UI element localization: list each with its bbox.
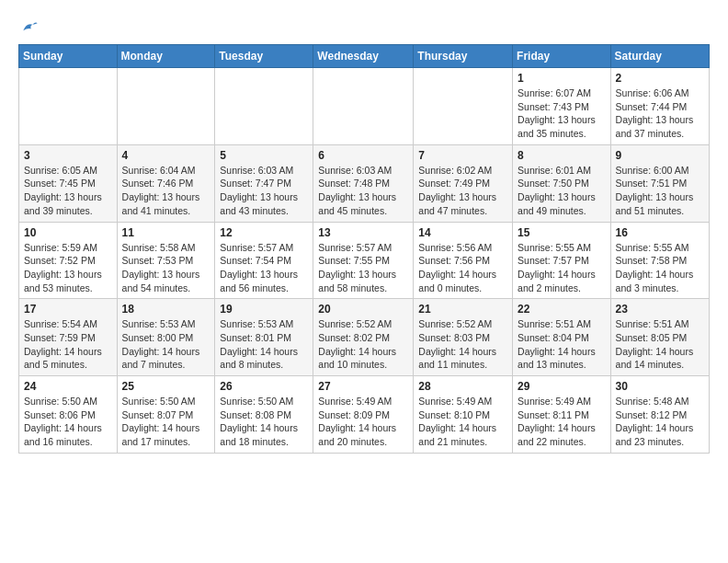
day-number: 9 (616, 149, 704, 162)
day-number: 28 (418, 380, 507, 393)
day-number: 6 (318, 149, 408, 162)
calendar-cell: 15Sunrise: 5:55 AM Sunset: 7:57 PM Dayli… (513, 222, 611, 299)
day-number: 10 (24, 226, 112, 239)
calendar-cell (117, 68, 215, 145)
calendar-cell: 29Sunrise: 5:49 AM Sunset: 8:11 PM Dayli… (513, 376, 611, 454)
calendar-cell: 2Sunrise: 6:06 AM Sunset: 7:44 PM Daylig… (610, 68, 709, 145)
day-info: Sunrise: 5:57 AM Sunset: 7:54 PM Dayligh… (220, 241, 308, 295)
day-number: 20 (318, 303, 408, 316)
calendar-week-row: 17Sunrise: 5:54 AM Sunset: 7:59 PM Dayli… (19, 299, 710, 376)
day-number: 11 (122, 226, 210, 239)
logo (18, 18, 39, 37)
day-number: 7 (418, 149, 507, 162)
day-info: Sunrise: 6:04 AM Sunset: 7:46 PM Dayligh… (122, 164, 210, 218)
day-number: 4 (122, 149, 210, 162)
day-info: Sunrise: 6:00 AM Sunset: 7:51 PM Dayligh… (616, 164, 704, 218)
day-number: 3 (24, 149, 112, 162)
day-number: 21 (418, 303, 507, 316)
calendar-cell: 10Sunrise: 5:59 AM Sunset: 7:52 PM Dayli… (19, 222, 118, 299)
calendar-cell: 5Sunrise: 6:03 AM Sunset: 7:47 PM Daylig… (215, 144, 313, 222)
day-info: Sunrise: 5:51 AM Sunset: 8:04 PM Dayligh… (518, 317, 606, 372)
calendar-cell: 23Sunrise: 5:51 AM Sunset: 8:05 PM Dayli… (610, 299, 709, 376)
logo-bird-icon (20, 18, 39, 37)
calendar-table: SundayMondayTuesdayWednesdayThursdayFrid… (18, 44, 710, 454)
calendar-cell: 22Sunrise: 5:51 AM Sunset: 8:04 PM Dayli… (513, 299, 611, 376)
column-header-monday: Monday (117, 45, 215, 68)
day-info: Sunrise: 6:06 AM Sunset: 7:44 PM Dayligh… (616, 86, 704, 141)
calendar-cell: 4Sunrise: 6:04 AM Sunset: 7:46 PM Daylig… (117, 144, 215, 222)
day-number: 5 (220, 149, 308, 162)
calendar-cell: 13Sunrise: 5:57 AM Sunset: 7:55 PM Dayli… (313, 222, 414, 299)
page-header (18, 18, 710, 37)
calendar-cell: 1Sunrise: 6:07 AM Sunset: 7:43 PM Daylig… (513, 68, 611, 145)
calendar-cell: 16Sunrise: 5:55 AM Sunset: 7:58 PM Dayli… (610, 222, 709, 299)
day-info: Sunrise: 5:52 AM Sunset: 8:02 PM Dayligh… (318, 317, 408, 372)
day-number: 29 (518, 380, 606, 393)
calendar-cell: 18Sunrise: 5:53 AM Sunset: 8:00 PM Dayli… (117, 299, 215, 376)
day-number: 18 (122, 303, 210, 316)
day-number: 26 (220, 380, 308, 393)
day-number: 13 (318, 226, 408, 239)
day-number: 19 (220, 303, 308, 316)
day-info: Sunrise: 5:53 AM Sunset: 8:00 PM Dayligh… (122, 317, 210, 372)
calendar-cell (414, 68, 513, 145)
calendar-cell: 7Sunrise: 6:02 AM Sunset: 7:49 PM Daylig… (414, 144, 513, 222)
calendar-cell: 25Sunrise: 5:50 AM Sunset: 8:07 PM Dayli… (117, 376, 215, 454)
calendar-cell: 9Sunrise: 6:00 AM Sunset: 7:51 PM Daylig… (610, 144, 709, 222)
day-info: Sunrise: 5:55 AM Sunset: 7:57 PM Dayligh… (518, 241, 606, 295)
calendar-cell: 17Sunrise: 5:54 AM Sunset: 7:59 PM Dayli… (19, 299, 118, 376)
calendar-header-row: SundayMondayTuesdayWednesdayThursdayFrid… (19, 45, 710, 68)
day-info: Sunrise: 5:51 AM Sunset: 8:05 PM Dayligh… (616, 317, 704, 372)
day-info: Sunrise: 5:53 AM Sunset: 8:01 PM Dayligh… (220, 317, 308, 372)
day-info: Sunrise: 6:05 AM Sunset: 7:45 PM Dayligh… (24, 164, 112, 218)
day-info: Sunrise: 5:48 AM Sunset: 8:12 PM Dayligh… (616, 395, 704, 449)
day-info: Sunrise: 5:55 AM Sunset: 7:58 PM Dayligh… (616, 241, 704, 295)
day-info: Sunrise: 5:49 AM Sunset: 8:09 PM Dayligh… (318, 395, 408, 449)
calendar-cell: 3Sunrise: 6:05 AM Sunset: 7:45 PM Daylig… (19, 144, 118, 222)
column-header-thursday: Thursday (414, 45, 513, 68)
day-info: Sunrise: 6:03 AM Sunset: 7:47 PM Dayligh… (220, 164, 308, 218)
day-info: Sunrise: 5:54 AM Sunset: 7:59 PM Dayligh… (24, 317, 112, 372)
day-info: Sunrise: 6:03 AM Sunset: 7:48 PM Dayligh… (318, 164, 408, 218)
day-number: 12 (220, 226, 308, 239)
calendar-cell (19, 68, 118, 145)
calendar-cell: 6Sunrise: 6:03 AM Sunset: 7:48 PM Daylig… (313, 144, 414, 222)
day-number: 25 (122, 380, 210, 393)
calendar-cell (313, 68, 414, 145)
calendar-cell: 20Sunrise: 5:52 AM Sunset: 8:02 PM Dayli… (313, 299, 414, 376)
calendar-week-row: 10Sunrise: 5:59 AM Sunset: 7:52 PM Dayli… (19, 222, 710, 299)
day-number: 23 (616, 303, 704, 316)
column-header-saturday: Saturday (610, 45, 709, 68)
day-number: 22 (518, 303, 606, 316)
day-info: Sunrise: 6:07 AM Sunset: 7:43 PM Dayligh… (518, 86, 606, 141)
day-number: 24 (24, 380, 112, 393)
calendar-cell: 28Sunrise: 5:49 AM Sunset: 8:10 PM Dayli… (414, 376, 513, 454)
day-number: 2 (616, 72, 704, 85)
day-info: Sunrise: 5:59 AM Sunset: 7:52 PM Dayligh… (24, 241, 112, 295)
column-header-friday: Friday (513, 45, 611, 68)
day-number: 15 (518, 226, 606, 239)
calendar-cell: 19Sunrise: 5:53 AM Sunset: 8:01 PM Dayli… (215, 299, 313, 376)
day-info: Sunrise: 5:50 AM Sunset: 8:08 PM Dayligh… (220, 395, 308, 449)
day-info: Sunrise: 5:50 AM Sunset: 8:07 PM Dayligh… (122, 395, 210, 449)
day-info: Sunrise: 5:49 AM Sunset: 8:11 PM Dayligh… (518, 395, 606, 449)
calendar-cell: 12Sunrise: 5:57 AM Sunset: 7:54 PM Dayli… (215, 222, 313, 299)
day-info: Sunrise: 5:49 AM Sunset: 8:10 PM Dayligh… (418, 395, 507, 449)
day-number: 16 (616, 226, 704, 239)
column-header-sunday: Sunday (19, 45, 118, 68)
calendar-cell: 11Sunrise: 5:58 AM Sunset: 7:53 PM Dayli… (117, 222, 215, 299)
day-info: Sunrise: 5:57 AM Sunset: 7:55 PM Dayligh… (318, 241, 408, 295)
calendar-cell: 8Sunrise: 6:01 AM Sunset: 7:50 PM Daylig… (513, 144, 611, 222)
day-number: 1 (518, 72, 606, 85)
calendar-cell (215, 68, 313, 145)
column-header-wednesday: Wednesday (313, 45, 414, 68)
day-info: Sunrise: 6:01 AM Sunset: 7:50 PM Dayligh… (518, 164, 606, 218)
calendar-cell: 14Sunrise: 5:56 AM Sunset: 7:56 PM Dayli… (414, 222, 513, 299)
day-info: Sunrise: 5:50 AM Sunset: 8:06 PM Dayligh… (24, 395, 112, 449)
calendar-cell: 30Sunrise: 5:48 AM Sunset: 8:12 PM Dayli… (610, 376, 709, 454)
day-number: 17 (24, 303, 112, 316)
day-info: Sunrise: 5:58 AM Sunset: 7:53 PM Dayligh… (122, 241, 210, 295)
calendar-cell: 24Sunrise: 5:50 AM Sunset: 8:06 PM Dayli… (19, 376, 118, 454)
calendar-cell: 26Sunrise: 5:50 AM Sunset: 8:08 PM Dayli… (215, 376, 313, 454)
calendar-week-row: 3Sunrise: 6:05 AM Sunset: 7:45 PM Daylig… (19, 144, 710, 222)
